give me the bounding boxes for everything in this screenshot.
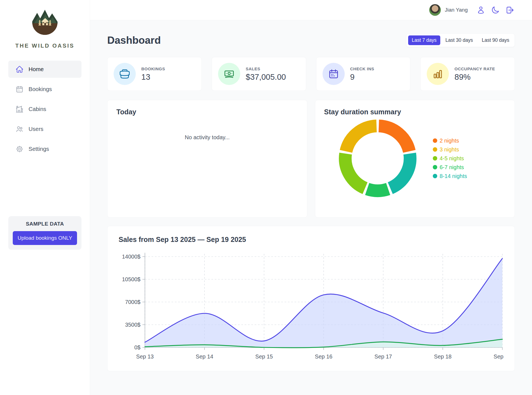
banknotes-icon [218, 63, 240, 85]
legend-item: 8-14 nights [433, 173, 467, 179]
svg-text:7000$: 7000$ [125, 299, 140, 305]
stat-value: 89% [454, 73, 495, 82]
legend-item: 6-7 nights [433, 164, 467, 171]
avatar [429, 4, 441, 16]
sidebar-item-label: Users [29, 126, 44, 132]
home-icon [16, 65, 24, 73]
logout-icon [506, 6, 514, 14]
stat-label: OCCUPANCY RATE [454, 66, 495, 71]
stat-occupancy: OCCUPANCY RATE 89% [420, 57, 515, 91]
svg-text:Sep 19: Sep 19 [493, 353, 504, 360]
sidebar: THE WILD OASIS Home Bookings Cabins User… [0, 0, 90, 395]
today-title: Today [116, 108, 298, 116]
svg-text:0$: 0$ [134, 344, 140, 350]
sales-area-chart: 0$3500$7000$10500$14000$Sep 13Sep 14Sep … [119, 250, 504, 366]
today-empty-message: No activity today... [116, 134, 298, 141]
sales-chart-card: Sales from Sep 13 2025 — Sep 19 2025 0$3… [107, 226, 515, 371]
svg-text:Sep 18: Sep 18 [434, 353, 451, 360]
stay-duration-donut [339, 119, 417, 197]
stat-bookings: BOOKINGS 13 [107, 57, 202, 91]
sidebar-item-label: Home [29, 66, 44, 73]
svg-text:14000$: 14000$ [122, 254, 140, 260]
page-title: Dashboard [107, 35, 161, 46]
stay-duration-title: Stay duration summary [324, 108, 506, 116]
user-icon [477, 6, 485, 14]
sales-chart-title: Sales from Sep 13 2025 — Sep 19 2025 [119, 236, 503, 244]
svg-text:Sep 13: Sep 13 [136, 353, 154, 360]
account-button[interactable] [475, 5, 486, 15]
donut-legend: 2 nights 3 nights 4-5 nights 6-7 nights … [433, 138, 467, 179]
stat-label: BOOKINGS [141, 66, 165, 71]
legend-item: 4-5 nights [433, 155, 467, 162]
upload-bookings-button[interactable]: Upload bookings ONLY [13, 231, 77, 245]
sidebar-nav: Home Bookings Cabins Users Settings [8, 61, 81, 158]
svg-text:Sep 14: Sep 14 [196, 353, 213, 360]
gear-icon [16, 145, 24, 153]
sidebar-item-bookings[interactable]: Bookings [8, 81, 81, 98]
sidebar-item-settings[interactable]: Settings [8, 140, 81, 158]
sidebar-item-home[interactable]: Home [8, 61, 81, 78]
logout-button[interactable] [504, 5, 515, 15]
bar-chart-icon [427, 63, 449, 85]
sidebar-item-label: Cabins [29, 106, 46, 112]
date-filter-group: Last 7 days Last 30 days Last 90 days [406, 33, 515, 47]
calendar-icon [16, 85, 24, 93]
filter-last-90-days[interactable]: Last 90 days [478, 35, 513, 45]
stat-sales: SALES $37,005.00 [212, 57, 306, 91]
svg-text:Sep 16: Sep 16 [315, 353, 332, 360]
calendar-icon [323, 63, 345, 85]
sample-data-title: SAMPLE DATA [13, 221, 77, 227]
svg-text:Sep 17: Sep 17 [374, 353, 392, 360]
stat-value: $37,005.00 [246, 73, 286, 82]
stat-value: 13 [141, 73, 165, 82]
topbar: Jian Yang [90, 0, 532, 20]
svg-text:3500$: 3500$ [125, 322, 140, 328]
sidebar-item-label: Settings [29, 146, 49, 152]
sidebar-item-users[interactable]: Users [8, 120, 81, 138]
users-icon [16, 125, 24, 133]
user-name: Jian Yang [445, 7, 468, 13]
stat-check-ins: CHECK INS 9 [316, 57, 411, 91]
main-content: Dashboard Last 7 days Last 30 days Last … [90, 20, 532, 395]
today-card: Today No activity today... [107, 100, 307, 218]
svg-text:Sep 15: Sep 15 [255, 353, 273, 360]
brand-name: THE WILD OASIS [8, 43, 81, 49]
svg-text:10500$: 10500$ [122, 276, 140, 282]
briefcase-icon [114, 63, 136, 85]
filter-last-30-days[interactable]: Last 30 days [442, 35, 477, 45]
dark-mode-toggle[interactable] [490, 5, 500, 15]
filter-last-7-days[interactable]: Last 7 days [408, 35, 440, 45]
legend-item: 2 nights [433, 138, 467, 144]
stat-label: SALES [246, 66, 286, 71]
stat-value: 9 [350, 73, 374, 82]
stay-duration-card: Stay duration summary 2 nights 3 nights … [315, 100, 515, 218]
cabin-icon [16, 105, 24, 113]
legend-item: 3 nights [433, 146, 467, 153]
logo: THE WILD OASIS [8, 7, 81, 49]
sample-data-box: SAMPLE DATA Upload bookings ONLY [8, 216, 81, 250]
sidebar-item-cabins[interactable]: Cabins [8, 100, 81, 118]
moon-icon [491, 6, 499, 14]
stat-label: CHECK INS [350, 66, 374, 71]
sidebar-item-label: Bookings [29, 86, 52, 92]
wild-oasis-logo-icon [29, 7, 61, 38]
stats-row: BOOKINGS 13 SALES $37,005.00 CHECK INS 9 [107, 57, 515, 91]
